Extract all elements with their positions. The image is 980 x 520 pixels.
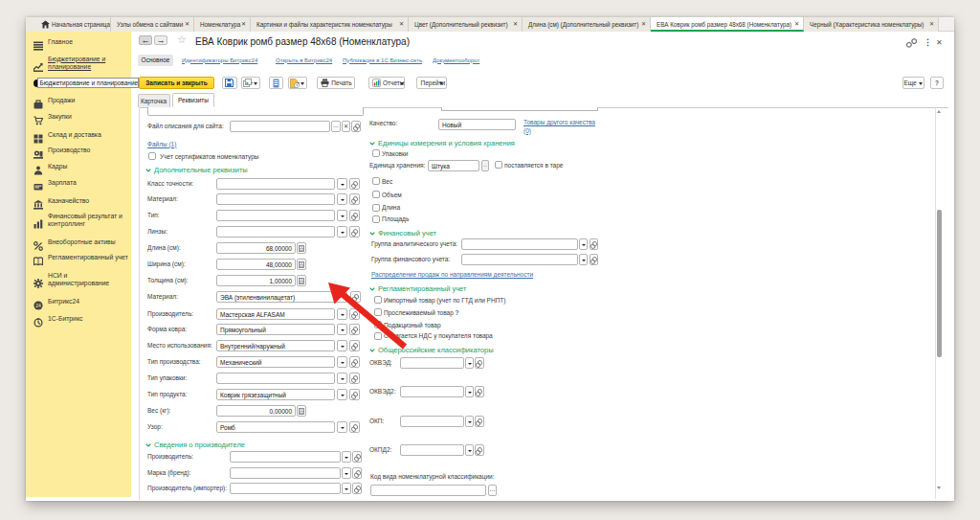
svg-text:24: 24 (35, 303, 41, 308)
